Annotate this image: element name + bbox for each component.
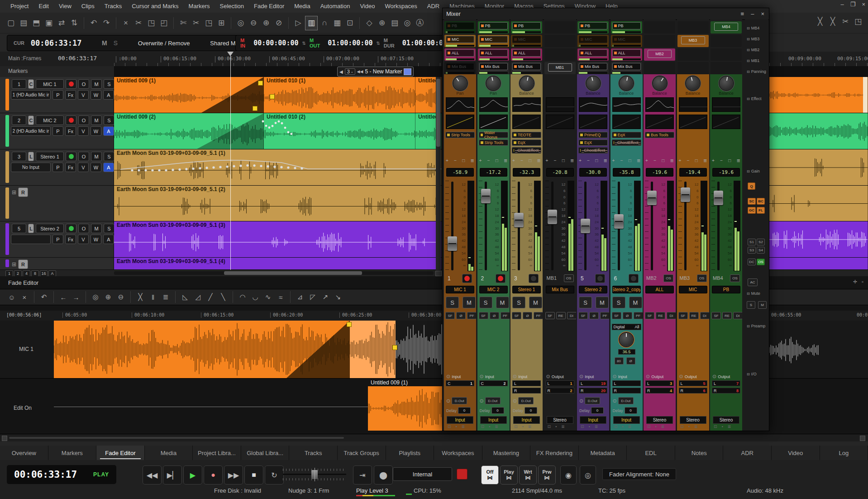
menu-item-adr[interactable]: ADR	[422, 0, 444, 13]
tab-fade-editor[interactable]: Fade Editor	[96, 446, 145, 460]
menu-item-clips[interactable]: Clips	[76, 0, 100, 13]
track-header[interactable]: ⊞R	[0, 186, 114, 221]
insert-+[interactable]: +	[546, 158, 548, 163]
foot-re-button[interactable]: RE	[556, 312, 566, 319]
record-enable-button[interactable]	[457, 469, 467, 480]
io-bottom-label[interactable]: Stereo	[547, 416, 573, 424]
track-o-button[interactable]: O	[78, 115, 89, 125]
plugin-slot[interactable]: EqX	[578, 139, 608, 146]
import-icon[interactable]: ⬒	[30, 16, 42, 30]
video-icon[interactable]: ◇	[363, 16, 375, 30]
delete-special-icon[interactable]: ✄	[177, 16, 189, 30]
track-number[interactable]: 1	[12, 79, 26, 89]
delay-value[interactable]: 0	[458, 407, 471, 414]
foot-re-button[interactable]: RE	[689, 312, 699, 319]
open-project-icon[interactable]: ▤	[18, 16, 29, 30]
tab-track-groups[interactable]: Track Groups	[338, 446, 386, 460]
foot-ø-button[interactable]: Ø	[456, 312, 466, 319]
bus-assign-button[interactable]: PB	[612, 22, 641, 29]
strip-dot-icon[interactable]: ▪	[589, 424, 590, 429]
menu-item-fade-editor[interactable]: Fade Editor	[249, 0, 289, 13]
master-mute-row[interactable]: ⊟Mute	[747, 291, 760, 296]
audio-clip-continued[interactable]	[769, 149, 868, 185]
forward-button[interactable]: ▶▶	[224, 465, 243, 485]
fader-handle[interactable]	[548, 210, 557, 224]
direct-out-button[interactable]: D.Out	[618, 397, 634, 404]
pan-knob[interactable]	[620, 77, 633, 90]
track-fx-button[interactable]: Fx	[65, 235, 76, 244]
track-s-button[interactable]: S	[104, 79, 114, 89]
mixer-icon[interactable]: ▥	[305, 16, 318, 30]
fader-db-readout[interactable]: -30.0	[579, 168, 607, 177]
audio-clip-continued[interactable]	[769, 258, 868, 269]
eq-graph[interactable]	[645, 97, 674, 112]
bus-assign-button[interactable]: Mix Bus	[479, 63, 508, 70]
insert-≣[interactable]: ≣	[670, 158, 674, 163]
curve-concave-icon[interactable]: ◡	[250, 291, 261, 303]
delay-value[interactable]: 0	[525, 407, 537, 414]
track-header[interactable]: 1CMIC 1OMS1 (HD Audio Mic irPFxVWA	[0, 77, 114, 113]
foot-pf-button[interactable]: PF	[534, 312, 543, 319]
fader-handle[interactable]	[581, 219, 590, 233]
dynamics-graph[interactable]	[479, 115, 508, 129]
track-v-button[interactable]: V	[78, 126, 89, 136]
eq-graph[interactable]	[679, 97, 707, 112]
strip-dot-icon[interactable]: ▪	[522, 424, 524, 429]
mixer-menu-icon[interactable]: ≡	[741, 10, 744, 17]
track-p-button[interactable]: P	[52, 126, 63, 136]
curve-convex-icon[interactable]: ◠	[237, 291, 248, 303]
fader-handle[interactable]	[448, 236, 457, 251]
marker-color-swatch[interactable]	[404, 68, 411, 75]
zoom-preset-A[interactable]: A	[48, 270, 56, 277]
fade-down-icon[interactable]: ╲	[218, 291, 229, 303]
delay-value[interactable]: 0	[491, 407, 504, 414]
master-solo-button[interactable]: S	[747, 301, 755, 309]
channel-solo-button[interactable]: S	[579, 297, 592, 308]
edit-mode[interactable]: Overwrite / Remove	[138, 40, 190, 47]
strip-view-icon[interactable]: ⊡	[514, 424, 518, 429]
eq-graph[interactable]	[479, 97, 508, 112]
track-input-select[interactable]	[11, 235, 51, 244]
channel-mute-button[interactable]: M	[596, 297, 609, 308]
foot-ø-button[interactable]: Ø	[623, 312, 632, 319]
clip-options-icon[interactable]: ☺	[6, 291, 17, 303]
io-channel-row[interactable]: L3	[645, 380, 674, 386]
automation-curve[interactable]	[114, 149, 441, 186]
mark-out-time[interactable]: 01:00:00:00	[328, 39, 372, 47]
eq-graph[interactable]	[546, 97, 574, 112]
track-link-button[interactable]: L	[28, 152, 34, 161]
track-m-button[interactable]: M	[91, 115, 102, 125]
marker-nav-icon[interactable]: ◀◀	[357, 69, 363, 74]
channel-solo-button[interactable]: S	[479, 297, 492, 308]
insert-+[interactable]: +	[446, 158, 448, 163]
menu-item-workspaces[interactable]: Workspaces	[380, 0, 422, 13]
master-group-mb2[interactable]: ⊟MB2	[747, 48, 759, 52]
track-ready-button[interactable]: R	[18, 187, 28, 197]
fader-handle[interactable]	[614, 214, 624, 229]
play-cursor-icon[interactable]: ▷	[292, 16, 304, 30]
io-channel-row[interactable]: R20	[579, 388, 607, 393]
bus-assign-button[interactable]: Mix Bus	[612, 63, 641, 70]
fader-db-readout[interactable]: -32.3	[513, 168, 540, 177]
tab-log[interactable]: Log	[820, 446, 868, 460]
foot-pf-button[interactable]: PF	[467, 312, 476, 319]
strip-menu-icon[interactable]: ≣	[495, 424, 498, 429]
tab-project-libra-[interactable]: Project Libra...	[193, 446, 241, 460]
fader-db-readout[interactable]: -19.6	[646, 168, 673, 177]
menu-item-view[interactable]: View	[54, 0, 76, 13]
channel-name[interactable]: Stereo 2	[579, 286, 607, 293]
master-io-row[interactable]: ⊟I/O	[747, 372, 757, 376]
master-badge-s1[interactable]: S1	[748, 239, 756, 245]
bus-assign-button[interactable]: MIC	[479, 36, 508, 43]
track-fx-button[interactable]: Fx	[65, 126, 76, 136]
audio-clip-continued[interactable]	[769, 77, 868, 113]
digital-badge-80[interactable]: 80	[615, 357, 624, 365]
insert-≣[interactable]: ≣	[703, 158, 707, 163]
loop-button[interactable]: ↻	[265, 465, 284, 485]
eq-graph[interactable]	[446, 97, 474, 112]
insert-−[interactable]: −	[620, 158, 623, 163]
insert-+[interactable]: +	[712, 158, 715, 163]
strip-view-icon[interactable]: ⊡	[581, 424, 584, 429]
io-channel-row[interactable]: R6	[679, 388, 707, 393]
master-q-button[interactable]: Q	[748, 182, 755, 190]
